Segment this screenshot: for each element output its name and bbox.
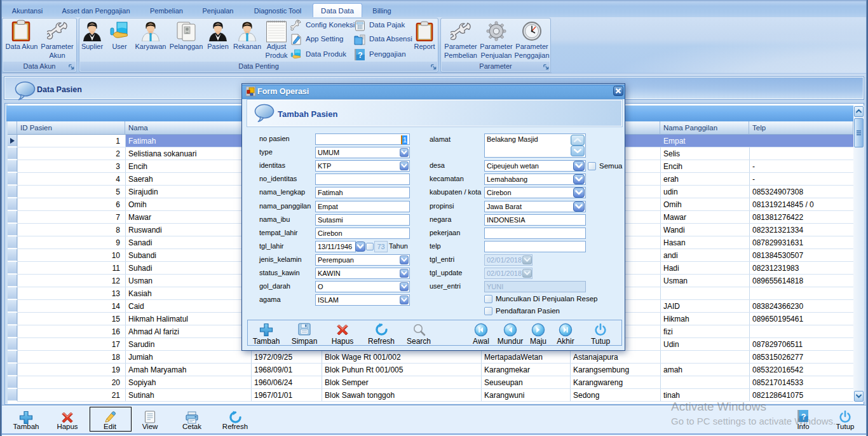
svg-text:?: ? (358, 51, 362, 60)
